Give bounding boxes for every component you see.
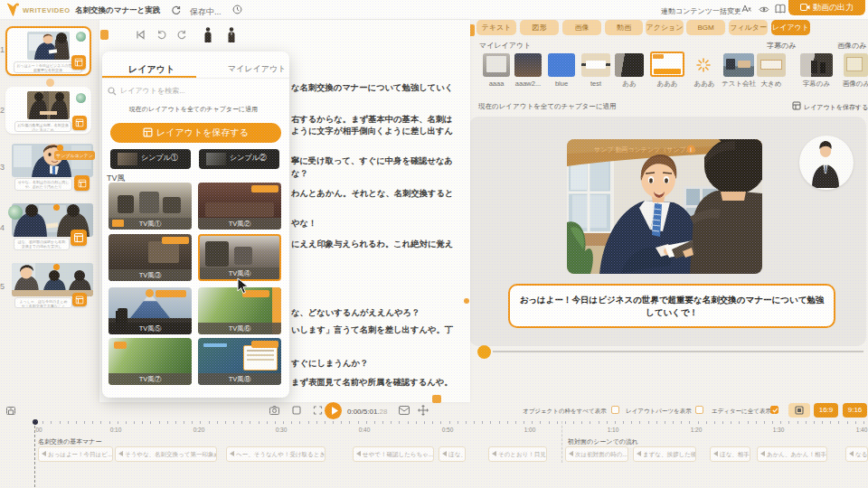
svg-text:サンプ 動画コンテンツ（サンプル）: サンプ 動画コンテンツ（サンプル） [594, 146, 699, 154]
